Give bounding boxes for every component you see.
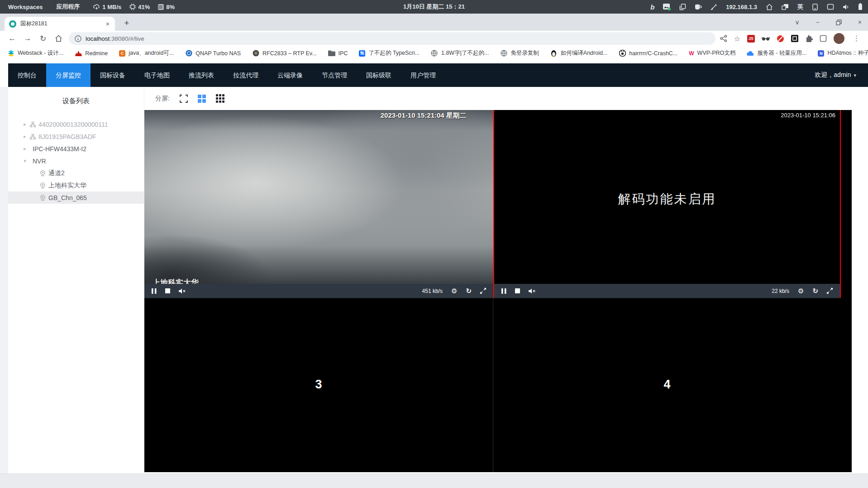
bitrate-label: 22 kb/s <box>772 288 789 294</box>
expand-icon[interactable] <box>827 288 833 294</box>
nav-tab-pull-proxy[interactable]: 拉流代理 <box>224 63 268 87</box>
display-icon[interactable] <box>827 4 834 10</box>
mute-button[interactable] <box>529 288 536 294</box>
ime-indicator[interactable]: 英 <box>797 3 803 11</box>
browser-home-button[interactable] <box>51 35 66 42</box>
single-screen-icon[interactable] <box>180 95 188 103</box>
workspaces-button[interactable]: Workspaces <box>8 4 43 10</box>
extensions-puzzle-icon[interactable] <box>805 35 813 43</box>
ext-screenshot-icon[interactable] <box>791 35 798 42</box>
coffee-icon[interactable] <box>695 4 702 10</box>
nav-tab-user-manage[interactable]: 用户管理 <box>401 63 445 87</box>
browser-menu-kebab-icon[interactable]: ⋮ <box>851 34 862 43</box>
bookmark-item[interactable]: 如何编译Android... <box>550 49 608 57</box>
bookmark-item[interactable]: RFC2833 – RTP Ev... <box>252 50 317 57</box>
minimize-button[interactable]: − <box>816 19 820 26</box>
pen-icon[interactable] <box>711 4 717 10</box>
ext-glasses-icon[interactable] <box>762 36 770 41</box>
new-tab-button[interactable]: + <box>120 17 133 30</box>
close-window-button[interactable]: × <box>858 19 862 26</box>
windows-icon[interactable] <box>782 4 789 10</box>
caret-right-icon[interactable]: ▸ <box>22 146 28 152</box>
ext-frame-icon[interactable] <box>820 35 827 42</box>
tab-search-chevron-icon[interactable]: ∨ <box>795 19 799 26</box>
welcome-dropdown[interactable]: 欢迎，admin ▾ <box>815 71 856 79</box>
nav-tab-gb-cascade[interactable]: 国标级联 <box>357 63 401 87</box>
tree-item-platform[interactable]: ▸ 44020000013200000111 <box>8 118 144 130</box>
page-bottom-strip <box>0 474 868 488</box>
nav-tab-cloud-record[interactable]: 云端录像 <box>268 63 312 87</box>
tree-item-device[interactable]: ▾ NVR <box>8 155 144 167</box>
nav-tab-gb-devices[interactable]: 国标设备 <box>91 63 135 87</box>
stop-button[interactable] <box>165 288 170 293</box>
grid-2x2-icon[interactable] <box>198 95 206 103</box>
wvp-icon: W <box>689 50 694 57</box>
nav-tab-console[interactable]: 控制台 <box>8 63 46 87</box>
tree-item-channel[interactable]: 上地科实大华 <box>8 179 144 191</box>
bookmark-item[interactable]: QNAP Turbo NAS <box>185 50 241 57</box>
refresh-icon[interactable]: ↻ <box>466 287 472 294</box>
grid-3x3-icon[interactable] <box>216 94 224 103</box>
bookmark-item[interactable]: 免登录复制 <box>500 49 539 57</box>
screenshot-app-icon[interactable] <box>663 4 671 10</box>
browser-tab[interactable]: 国标28181 × <box>5 17 115 31</box>
settings-gear-icon[interactable]: ⚙ <box>451 287 457 294</box>
caret-right-icon[interactable]: ▸ <box>22 121 28 127</box>
settings-gear-icon[interactable]: ⚙ <box>798 287 804 294</box>
home-icon[interactable] <box>766 4 773 10</box>
url-host: localhost <box>86 35 110 42</box>
caret-down-icon[interactable]: ▾ <box>22 158 28 164</box>
back-button[interactable]: ← <box>5 34 20 43</box>
refresh-icon[interactable]: ↻ <box>812 287 818 294</box>
bookmark-item[interactable]: 1.8W字|了不起的... <box>431 49 489 57</box>
stop-button[interactable] <box>515 288 520 293</box>
ip-address[interactable]: 192.168.1.3 <box>726 4 757 10</box>
caret-right-icon[interactable]: ▸ <box>22 134 28 139</box>
copy-icon[interactable] <box>679 4 686 10</box>
bookmark-item[interactable]: Redmine <box>75 50 108 57</box>
bookmarks-bar: Webstack - 设计... Redmine C java、android可… <box>0 46 868 60</box>
video-cell-1[interactable]: 2023-01-10 15:21:04 星期二 上地科实大华 451 kb/s … <box>144 110 493 298</box>
volume-icon[interactable] <box>843 4 849 10</box>
bookmark-item[interactable]: hairrrrr/C-CrashC... <box>619 50 677 57</box>
bookmark-item[interactable]: W WVP-PRO文档 <box>689 49 735 57</box>
bookmark-item[interactable]: N HDAtmos :: 种子 *... <box>818 49 868 57</box>
tree-item-channel-selected[interactable]: GB_Chn_065 <box>8 191 144 204</box>
bookmark-item[interactable]: IPC <box>328 50 348 57</box>
site-info-icon[interactable] <box>75 35 81 42</box>
ext-js-blocker-icon[interactable]: JS <box>747 35 755 43</box>
pause-button[interactable] <box>152 288 157 294</box>
nav-tab-node-manage[interactable]: 节点管理 <box>312 63 357 87</box>
bookmark-star-icon[interactable]: ☆ <box>734 34 740 43</box>
pause-button[interactable] <box>501 288 506 294</box>
profile-avatar[interactable] <box>834 33 844 44</box>
forward-button[interactable]: → <box>20 34 35 43</box>
bing-icon[interactable]: b <box>650 3 654 11</box>
applications-menu[interactable]: 应用程序 <box>56 3 80 11</box>
battery-icon[interactable] <box>858 3 863 10</box>
reload-button[interactable]: ↻ <box>35 34 51 43</box>
video-cell-4[interactable]: 4 <box>493 298 841 472</box>
bookmark-item[interactable]: 知 了不起的 TypeScri... <box>359 49 420 57</box>
address-bar[interactable]: localhost:38080/#/live <box>69 32 715 45</box>
restore-button[interactable] <box>836 19 842 25</box>
expand-icon[interactable] <box>480 288 486 294</box>
decode-disabled-message: 解码功能未启用 <box>494 191 840 208</box>
nav-tab-map[interactable]: 电子地图 <box>135 63 179 87</box>
bookmark-item[interactable]: Webstack - 设计... <box>7 49 63 57</box>
ext-blocker-icon[interactable] <box>777 35 784 43</box>
mute-button[interactable] <box>179 288 186 294</box>
bookmark-item[interactable]: C java、android可... <box>119 49 174 57</box>
tree-item-device[interactable]: ▸ IPC-HFW4433M-I2 <box>8 143 144 155</box>
phonelink-icon[interactable] <box>812 4 818 10</box>
video-cell-2-selected[interactable]: 2023-01-10 15:21:06 解码功能未启用 22 kb/s ⚙ ↻ <box>493 110 841 298</box>
tree-item-channel[interactable]: 通道2 <box>8 167 144 179</box>
nav-tab-push-list[interactable]: 推流列表 <box>179 63 224 87</box>
tree-item-platform[interactable]: ▸ 8J01915PAGB3ADF <box>8 130 144 143</box>
nav-tab-split-monitor[interactable]: 分屏监控 <box>46 63 91 87</box>
video-cell-3[interactable]: 3 <box>144 298 493 472</box>
system-bar: Workspaces 应用程序 1 MB/s 41% 8% 1月10日 星期二 … <box>0 0 868 14</box>
share-icon[interactable] <box>720 35 727 42</box>
bookmark-item[interactable]: 服务器 - 轻量应用... <box>747 49 806 57</box>
tab-close-icon[interactable]: × <box>105 20 110 28</box>
